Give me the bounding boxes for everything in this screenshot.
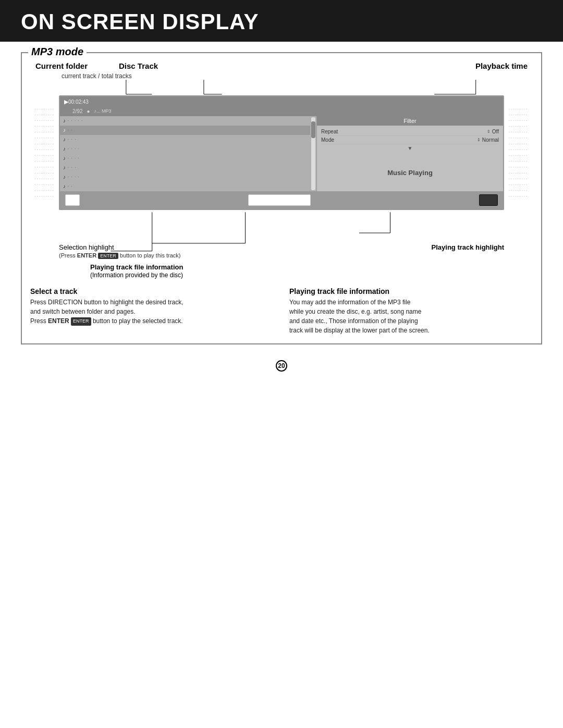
playing-track-info-desc: Playing track file information You may a… [289,287,533,335]
track-dots: · · [68,128,73,132]
page-header: ON SCREEN DISPLAY [0,0,563,42]
page-title: ON SCREEN DISPLAY [21,9,542,34]
selection-highlight-label: Selection highlight (Press ENTER ENTER b… [59,243,181,259]
repeat-value: Off [492,129,499,134]
mp3-mode-label: MP3 mode [28,46,87,58]
track-item[interactable]: ♪ · · · · · [60,116,310,126]
time-display: 00:02:43 [68,99,89,105]
select-track-text: Press DIRECTION button to highlight the … [30,298,274,326]
descriptions: Select a track Press DIRECTION button to… [30,287,533,335]
track-number: 2/92 [72,108,82,114]
disc-track-label: Disc Track [119,61,158,70]
current-folder-label: Current folder [35,61,88,70]
track-item[interactable]: ♪ · · · [60,135,310,144]
track-dots: · · · · · [68,118,83,123]
track-dots: · · · [68,137,76,142]
track-item[interactable]: ♪ · · · · [60,154,310,163]
repeat-arrow: ⇕ [487,129,491,134]
enter-btn-icon: ENTER [98,253,118,259]
screen-track-info: 2/92 ● ♪... MP3 [60,107,503,116]
repeat-label: Repeat [321,129,338,134]
dots-right: ········· ········· ········· ········· … [504,95,533,210]
repeat-value-group: ⇕ Off [487,129,499,134]
screen-body: ♪ · · · · · ♪ · · ♪ · · [60,116,503,191]
playing-track-highlight-label: Playing track highlight [432,243,504,259]
mp3-section: MP3 mode Current folder Disc Track Playb… [21,52,542,344]
disc-icon: ● [87,108,90,114]
track-item[interactable]: ♪ · · · [60,163,310,172]
track-dots: · · · · [68,175,80,179]
playback-time-label: Playback time [475,61,528,70]
mode-value: Normal [482,137,499,143]
track-item[interactable]: ♪ · · [60,182,310,191]
playing-track-info-text: You may add the information of the MP3 f… [289,298,533,335]
note-icon: ♪ [63,174,66,180]
format-label: ♪... MP3 [94,108,112,114]
note-icon: ♪ [63,155,66,161]
track-dots: · · · · [68,156,80,161]
track-item[interactable]: ♪ · · · · [60,172,310,182]
note-icon: ♪ [63,118,66,124]
track-dots: · · [68,184,73,189]
music-playing-text: Music Playing [387,169,433,177]
note-icon: ♪ [63,183,66,189]
music-playing-area: Music Playing [317,154,503,191]
scrollbar[interactable] [311,117,315,190]
note-icon: ♪ [63,137,66,142]
track-item[interactable]: ♪ · · [60,126,310,135]
dot-row: ········· [34,106,54,112]
note-icon: ♪ [63,165,66,170]
page-circle: 20 [276,360,287,372]
playing-track-info-title: Playing track file information [289,287,533,295]
select-track-desc: Select a track Press DIRECTION button to… [30,287,274,335]
track-dots: · · · [68,165,76,170]
track-dots: · · · · [68,146,80,151]
track-list-panel: ♪ · · · · · ♪ · · ♪ · · [60,116,317,191]
note-icon: ♪ [63,127,66,133]
mode-arrow: ⇕ [477,138,481,142]
note-icon: ♪ [63,146,66,152]
screen-bottom-bar [60,191,503,209]
down-arrow-indicator: ▼ [321,145,499,151]
repeat-row: Repeat ⇕ Off [321,128,499,136]
filter-options: Repeat ⇕ Off Mode ⇕ [317,126,503,154]
dots-left: ········· ········· ········· ········· … [30,95,59,210]
btn-white-medium[interactable] [248,194,311,206]
btn-black-small[interactable] [479,194,498,206]
track-item[interactable]: ♪ · · · · [60,144,310,154]
sub-label-tracks: current track / total tracks [62,72,533,80]
screen: ▶ 00:02:43 2/92 ● ♪... MP3 [59,95,504,210]
mode-label: Mode [321,137,334,143]
play-icon: ▶ [64,98,68,105]
btn-white-small[interactable] [65,194,80,206]
mode-row: Mode ⇕ Normal [321,136,499,144]
select-track-title: Select a track [30,287,274,295]
page-number: 20 [21,360,542,372]
scrollbar-thumb[interactable] [311,121,315,138]
screen-top-bar: ▶ 00:02:43 [60,96,503,107]
filter-bar: Filter [317,116,503,126]
playing-track-file-info-label: Playing track file information (Informat… [90,263,504,279]
mode-value-group: ⇕ Normal [477,137,499,143]
right-filter-panel: Filter Repeat ⇕ Off [317,116,503,191]
enter-btn-2: ENTER [71,317,91,326]
